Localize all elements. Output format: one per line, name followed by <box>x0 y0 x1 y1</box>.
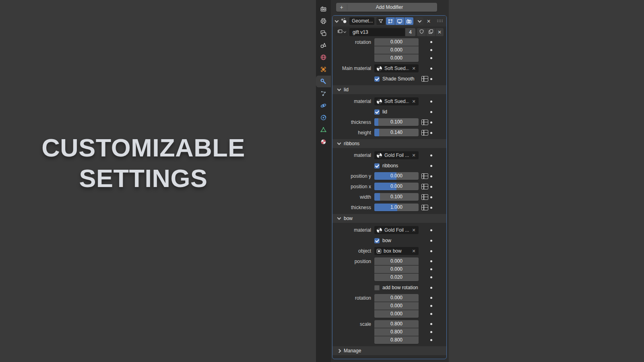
input-attribute-toggle-icon[interactable] <box>421 184 428 189</box>
decorator-dot[interactable] <box>430 41 432 43</box>
edit-mode-display-toggle[interactable] <box>376 17 385 25</box>
modifier-name-field[interactable]: Geomet... <box>349 17 374 25</box>
value-field[interactable]: 0.000 <box>374 310 419 318</box>
render-display-toggle[interactable] <box>405 17 413 25</box>
fake-user-button[interactable] <box>417 28 426 36</box>
tab-view-layer-properties[interactable] <box>316 27 331 39</box>
browse-node-tree-button[interactable] <box>335 28 348 36</box>
tab-material-properties[interactable] <box>316 136 331 148</box>
decorator-dot[interactable] <box>430 313 432 315</box>
input-attribute-toggle-icon[interactable] <box>421 173 428 179</box>
delete-modifier-button[interactable]: ✕ <box>425 19 432 24</box>
clear-button[interactable]: ✕ <box>411 228 416 233</box>
tab-physics-properties[interactable] <box>316 100 331 111</box>
tab-object-data-properties[interactable] <box>316 124 331 136</box>
checkbox[interactable] <box>374 109 380 115</box>
slider-field[interactable]: 0.000 <box>374 172 419 180</box>
decorator-dot[interactable] <box>430 260 432 262</box>
clear-button[interactable]: ✕ <box>411 153 416 158</box>
object-selector[interactable]: box bow✕ <box>374 247 419 255</box>
unlink-node-tree-button[interactable]: ✕ <box>436 28 444 36</box>
tab-particle-properties[interactable] <box>316 88 331 99</box>
viewport-display-toggle[interactable] <box>395 17 404 25</box>
decorator-dot[interactable] <box>430 165 432 167</box>
input-attribute-toggle-icon[interactable] <box>421 194 428 200</box>
decorator-dot[interactable] <box>430 78 432 80</box>
decorator-dot[interactable] <box>430 250 432 252</box>
tab-modifier-properties[interactable] <box>316 76 331 87</box>
slider-field[interactable]: 0.000 <box>374 183 419 190</box>
value-field[interactable]: 0.000 <box>374 46 419 54</box>
decorator-dot[interactable] <box>430 68 432 70</box>
decorator-dot[interactable] <box>430 305 432 307</box>
input-attribute-toggle-icon[interactable] <box>421 119 428 125</box>
decorator-dot[interactable] <box>430 121 432 123</box>
decorator-dot[interactable] <box>430 57 432 59</box>
decorator-dot[interactable] <box>430 186 432 188</box>
tab-output-properties[interactable] <box>316 15 331 27</box>
decorator-dot[interactable] <box>430 49 432 51</box>
decorator-dot[interactable] <box>430 276 432 278</box>
checkbox[interactable] <box>374 285 380 290</box>
section-header-ribbons[interactable]: ribbons <box>332 139 446 148</box>
decorator-dot[interactable] <box>430 287 432 289</box>
slider-field[interactable]: 0.140 <box>374 129 419 136</box>
section-header-bow[interactable]: bow <box>332 214 446 223</box>
clear-button[interactable]: ✕ <box>411 66 416 71</box>
decorator-dot[interactable] <box>430 207 432 209</box>
value-field[interactable]: 0.020 <box>374 274 419 281</box>
value-field[interactable]: 0.800 <box>374 320 419 328</box>
material-selector[interactable]: Soft Sued...✕ <box>374 97 419 105</box>
decorator-dot[interactable] <box>430 111 432 113</box>
expand-chevron-icon[interactable] <box>335 19 339 23</box>
decorator-dot[interactable] <box>430 240 432 242</box>
material-selector[interactable]: Soft Sued...✕ <box>374 64 419 72</box>
decorator-dot[interactable] <box>430 297 432 299</box>
value-field[interactable]: 0.000 <box>374 257 419 265</box>
tab-constraint-properties[interactable] <box>316 112 331 123</box>
checkbox[interactable] <box>374 76 380 82</box>
decorator-dot[interactable] <box>430 229 432 231</box>
material-selector[interactable]: Gold Foil ...✕ <box>374 226 419 234</box>
value-field[interactable]: 0.800 <box>374 336 419 344</box>
drag-handle[interactable] <box>437 20 444 23</box>
on-cage-display-toggle[interactable] <box>386 17 395 25</box>
value-field[interactable]: 0.800 <box>374 328 419 336</box>
tab-world-properties[interactable] <box>316 51 331 63</box>
decorator-dot[interactable] <box>430 331 432 333</box>
checkbox[interactable] <box>374 163 380 169</box>
tab-render-properties[interactable] <box>316 3 331 15</box>
decorator-dot[interactable] <box>430 268 432 270</box>
tab-object-properties[interactable] <box>316 64 331 75</box>
decorator-dot[interactable] <box>430 196 432 198</box>
slider-field[interactable]: 0.100 <box>374 118 419 126</box>
clear-button[interactable]: ✕ <box>411 249 416 254</box>
extras-menu-button[interactable] <box>415 17 423 25</box>
decorator-dot[interactable] <box>430 154 432 156</box>
checkbox[interactable] <box>374 238 380 243</box>
value-field[interactable]: 0.000 <box>374 54 419 62</box>
decorator-dot[interactable] <box>430 101 432 103</box>
duplicate-node-tree-button[interactable] <box>426 28 435 36</box>
users-count-button[interactable]: 4 <box>405 28 415 36</box>
decorator-dot[interactable] <box>430 175 432 177</box>
clear-button[interactable]: ✕ <box>411 99 416 104</box>
decorator-dot[interactable] <box>430 339 432 341</box>
value-field[interactable]: 0.000 <box>374 38 419 46</box>
slider-field[interactable]: 1.000 <box>374 204 419 211</box>
value-field[interactable]: 0.000 <box>374 265 419 273</box>
value-field[interactable]: 0.000 <box>374 294 419 302</box>
node-tree-name-field[interactable]: gift v13 <box>349 28 405 36</box>
input-attribute-toggle-icon[interactable] <box>421 76 428 82</box>
section-header-lid[interactable]: lid <box>332 85 446 94</box>
section-header-Manage[interactable]: Manage <box>332 346 446 355</box>
add-modifier-button[interactable]: + Add Modifier <box>336 3 437 12</box>
input-attribute-toggle-icon[interactable] <box>421 205 428 210</box>
input-attribute-toggle-icon[interactable] <box>421 130 428 136</box>
slider-field[interactable]: 0.100 <box>374 193 419 201</box>
decorator-dot[interactable] <box>430 323 432 325</box>
tab-scene-properties[interactable] <box>316 39 331 51</box>
value-field[interactable]: 0.000 <box>374 302 419 310</box>
material-selector[interactable]: Gold Foil ...✕ <box>374 151 419 159</box>
decorator-dot[interactable] <box>430 132 432 134</box>
